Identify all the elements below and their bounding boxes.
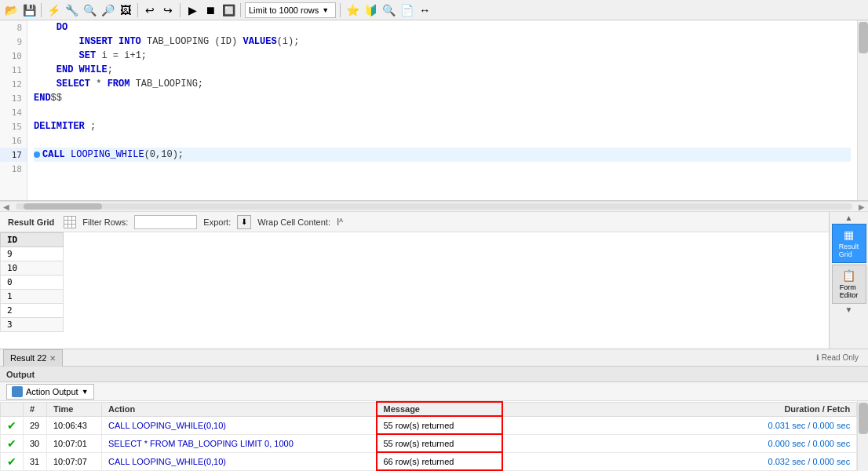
col-time: Time xyxy=(47,402,102,416)
status-cell: ✔ xyxy=(1,452,24,470)
code-editor: 89101112131415161718 DO INSERT INTO TAB_… xyxy=(0,20,868,201)
line-number-15: 15 xyxy=(0,119,27,133)
line-number-9: 9 xyxy=(0,35,27,49)
panel-scroll-down[interactable]: ▼ xyxy=(841,305,857,314)
star-icon[interactable]: ⭐ xyxy=(345,2,360,18)
wrap-icon[interactable]: ↔ xyxy=(417,2,432,18)
export-icon[interactable]: ⬇ xyxy=(237,215,251,229)
separator-5 xyxy=(340,3,341,17)
find-icon[interactable]: 🔎 xyxy=(100,2,115,18)
cell-id-2: 0 xyxy=(1,276,64,290)
filter-input[interactable] xyxy=(134,215,197,229)
limit-label: Limit to 1000 rows xyxy=(249,5,319,15)
message-cell: 55 row(s) returned xyxy=(377,434,502,452)
result-table-wrap: ID 9100123 xyxy=(0,232,829,349)
filter2-icon[interactable]: 🔰 xyxy=(363,2,378,18)
action-output-dropdown-arrow: ▼ xyxy=(82,388,89,396)
explain-icon[interactable]: 🔍 xyxy=(82,2,97,18)
toggle-icon[interactable]: 🔲 xyxy=(221,2,236,18)
run-icon[interactable]: ⚡ xyxy=(46,2,61,18)
table-row: 3 xyxy=(1,318,64,332)
horizontal-scrollbar[interactable]: ◀ ▶ xyxy=(0,201,868,212)
status-cell: ✔ xyxy=(1,434,24,452)
result-grid-button[interactable]: ▦ ResultGrid xyxy=(832,224,866,263)
result-tabs: Result 22 ✕ ℹ Read Only xyxy=(0,349,868,367)
execute-icon[interactable]: ▶ xyxy=(184,2,200,18)
message-cell: 55 row(s) returned xyxy=(377,416,502,434)
cell-id-3: 1 xyxy=(1,290,64,304)
wrap-content-icon[interactable]: Iᴬ xyxy=(337,217,343,228)
output-row-2: ✔3110:07:07CALL LOOPING_WHILE(0,10)66 ro… xyxy=(1,452,857,470)
breakpoint-dot xyxy=(34,152,40,158)
duration-cell: 0.032 sec / 0.000 sec xyxy=(502,452,857,470)
limit-dropdown[interactable]: Limit to 1000 rows ▼ xyxy=(245,2,336,18)
table-row: 0 xyxy=(1,276,64,290)
code-line-10: SET i = i+1; xyxy=(34,49,851,63)
stop2-icon[interactable]: ⏹ xyxy=(202,2,218,18)
table-row: 9 xyxy=(1,247,64,261)
output-toolbar: Action Output ▼ xyxy=(0,382,868,401)
wrap-label: Wrap Cell Content: xyxy=(257,217,330,227)
action-output-button[interactable]: Action Output ▼ xyxy=(6,384,94,400)
form-editor-button[interactable]: 📋 FormEditor xyxy=(832,265,866,304)
code-line-13: END$$ xyxy=(34,91,851,105)
result-grid-btn-label: ResultGrid xyxy=(839,243,859,258)
scroll-right-arrow[interactable]: ▶ xyxy=(855,203,868,211)
page-icon[interactable]: 📄 xyxy=(399,2,414,18)
export-label: Export: xyxy=(203,217,231,227)
code-line-8: DO xyxy=(34,20,851,35)
zoom-icon[interactable]: 🔍 xyxy=(381,2,396,18)
output-scrollbar[interactable] xyxy=(857,401,868,471)
line-number-17: 17 xyxy=(0,148,27,162)
line-number-14: 14 xyxy=(0,105,27,119)
cell-id-4: 2 xyxy=(1,304,64,318)
code-line-18 xyxy=(34,162,851,176)
table-row: 1 xyxy=(1,290,64,304)
time-cell: 10:07:07 xyxy=(47,452,102,470)
stop-icon[interactable]: 🔧 xyxy=(64,2,79,18)
panel-scroll-up[interactable]: ▲ xyxy=(841,214,857,222)
action-cell: CALL LOOPING_WHILE(0,10) xyxy=(102,452,377,470)
grid-view-icon[interactable] xyxy=(64,216,76,228)
result-toolbar: Result Grid Filter Rows: Export: ⬇ Wrap … xyxy=(0,212,829,232)
scroll-left-arrow[interactable]: ◀ xyxy=(0,203,13,211)
output-section: Output Action Output ▼ # Time Action Mes… xyxy=(0,367,868,471)
folder-open-icon[interactable]: 📂 xyxy=(3,2,19,18)
result-tab-22-close[interactable]: ✕ xyxy=(49,354,56,363)
undo-icon[interactable]: ↩ xyxy=(142,2,158,18)
info-icon: ℹ xyxy=(816,353,819,362)
col-message: Message xyxy=(377,402,502,416)
num-cell: 29 xyxy=(24,416,47,434)
time-cell: 10:06:43 xyxy=(47,416,102,434)
col-id: ID xyxy=(1,233,64,247)
result-tab-22[interactable]: Result 22 ✕ xyxy=(3,349,63,367)
editor-scrollbar-thumb xyxy=(859,22,868,53)
refresh-icon[interactable]: 🖼 xyxy=(118,2,133,18)
line-number-8: 8 xyxy=(0,20,27,35)
table-row: 10 xyxy=(1,261,64,276)
line-number-18: 18 xyxy=(0,162,27,176)
cell-id-1: 10 xyxy=(1,261,64,276)
col-num: # xyxy=(24,402,47,416)
limit-dropdown-arrow: ▼ xyxy=(322,6,329,14)
code-content[interactable]: DO INSERT INTO TAB_LOOPING (ID) VALUES(i… xyxy=(27,20,857,200)
table-row: 2 xyxy=(1,304,64,318)
line-number-13: 13 xyxy=(0,91,27,105)
save-icon[interactable]: 💾 xyxy=(21,2,37,18)
output-row-0: ✔2910:06:43CALL LOOPING_WHILE(0,10)55 ro… xyxy=(1,416,857,434)
result-table: ID 9100123 xyxy=(0,232,64,332)
result-grid-tab-label: Result Grid xyxy=(5,217,57,227)
read-only-label: Read Only xyxy=(822,353,859,362)
output-table-wrap: # Time Action Message Duration / Fetch ✔… xyxy=(0,401,868,471)
code-line-14 xyxy=(34,105,851,119)
action-cell: SELECT * FROM TAB_LOOPING LIMIT 0, 1000 xyxy=(102,434,377,452)
code-line-12: SELECT * FROM TAB_LOOPING; xyxy=(34,77,851,91)
redo-icon[interactable]: ↪ xyxy=(160,2,176,18)
scroll-thumb xyxy=(24,203,102,210)
form-editor-btn-icon: 📋 xyxy=(842,269,855,282)
action-output-label: Action Output xyxy=(26,387,78,396)
result-left: Result Grid Filter Rows: Export: ⬇ Wrap … xyxy=(0,212,829,349)
status-cell: ✔ xyxy=(1,416,24,434)
output-table: # Time Action Message Duration / Fetch ✔… xyxy=(0,401,857,471)
editor-scrollbar[interactable] xyxy=(857,20,868,200)
